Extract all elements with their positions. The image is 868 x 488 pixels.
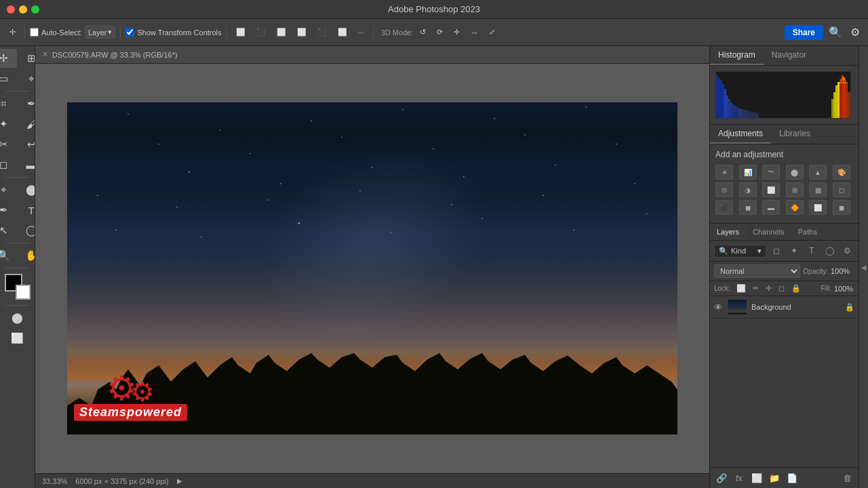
align-bottom-button[interactable]: ⬜	[334, 24, 351, 41]
invert-btn[interactable]: ◻	[833, 182, 850, 197]
dodge-tool[interactable]: ⬤	[18, 180, 35, 199]
color-lookup-btn[interactable]: ▦	[809, 182, 827, 197]
gradient-tool[interactable]: ▬	[18, 155, 35, 174]
toolbar-divider-2	[120, 26, 121, 39]
hue-saturation-btn[interactable]: 🎨	[833, 165, 850, 180]
vibrance-btn[interactable]: ▲	[809, 165, 827, 180]
fill-label: Fill:	[821, 285, 831, 292]
layers-kind-dropdown[interactable]: 🔍 Kind ▾	[714, 245, 766, 258]
lock-all-btn[interactable]: 🔒	[789, 283, 803, 293]
lock-position-btn[interactable]: ✛	[764, 283, 774, 293]
align-left-button[interactable]: ⬜	[232, 24, 250, 41]
svg-rect-18	[753, 113, 755, 118]
type-tool[interactable]: T	[18, 201, 35, 220]
tab-layers[interactable]: Layers	[710, 224, 746, 240]
gradient-fill-btn[interactable]: ◼	[833, 200, 850, 215]
adjustment-filter-btn[interactable]: ✦	[787, 243, 802, 258]
3d-rotate-button[interactable]: ↺	[416, 24, 430, 41]
zoom-tool[interactable]: 🔍	[0, 246, 17, 265]
minimize-button[interactable]	[19, 5, 27, 14]
close-button[interactable]	[7, 5, 15, 14]
background-color[interactable]	[16, 285, 31, 300]
3d-pan-button[interactable]: ✛	[450, 24, 464, 41]
document-dimensions: 6000 px × 3375 px (240 ppi)	[75, 477, 168, 485]
align-center-v-button[interactable]: ⬛	[313, 24, 331, 41]
layer-dropdown[interactable]: Layer ▾	[85, 26, 116, 39]
lock-image-btn[interactable]: ✏	[751, 283, 761, 293]
tab-adjustments[interactable]: Adjustments	[710, 125, 771, 144]
add-style-btn[interactable]: fx	[732, 470, 747, 485]
clone-stamp-tool[interactable]: ✂	[0, 135, 17, 154]
curves-btn[interactable]: 〜	[762, 165, 780, 180]
move-tool-button[interactable]: ✢	[5, 24, 20, 41]
3d-slide-button[interactable]: ↔	[467, 24, 482, 41]
layer-visibility-icon[interactable]: 👁	[714, 302, 723, 312]
crop-tool[interactable]: ⌗	[0, 94, 17, 113]
link-layers-btn[interactable]: 🔗	[714, 470, 729, 485]
artboard-tool[interactable]: ⊞	[18, 49, 35, 68]
layer-item-background[interactable]: 👁 Background 🔒	[710, 296, 859, 319]
hand-tool[interactable]: ✋	[18, 246, 35, 265]
align-right-button[interactable]: ⬜	[273, 24, 290, 41]
exposure-btn[interactable]: ⬤	[786, 165, 804, 180]
spot-heal-tool[interactable]: ✦	[0, 115, 17, 134]
tab-histogram[interactable]: Histogram	[710, 46, 764, 65]
smart-filter-btn[interactable]: ⚙	[840, 243, 854, 258]
pixel-filter-btn[interactable]: ◻	[769, 243, 784, 258]
blend-mode-select[interactable]: Normal	[714, 264, 800, 278]
tab-channels[interactable]: Channels	[746, 224, 791, 240]
quick-mask-tool[interactable]: ⬤	[4, 308, 31, 327]
3d-scale-button[interactable]: ⤢	[485, 24, 499, 41]
auto-select-checkbox[interactable]	[30, 28, 39, 37]
path-select-tool[interactable]: ↖	[0, 221, 17, 240]
share-button[interactable]: Share	[785, 25, 823, 40]
3d-mode-label: 3D Mode:	[381, 28, 414, 37]
brightness-contrast-btn[interactable]: ☀	[715, 165, 733, 180]
new-layer-btn[interactable]: 📄	[785, 470, 800, 485]
tab-close-button[interactable]: ✕	[42, 50, 48, 59]
screen-mode-tool[interactable]: ⬜	[4, 329, 31, 348]
eraser-tool[interactable]: ◻	[0, 155, 17, 174]
shape-tool[interactable]: ◯	[18, 221, 35, 240]
pen-tool[interactable]: ✒	[0, 201, 17, 220]
right-collapse-handle[interactable]: ◀	[859, 46, 868, 488]
lock-transparent-btn[interactable]: ⬜	[734, 283, 748, 293]
photo-filter-btn[interactable]: ⬜	[762, 182, 780, 197]
brush-tool[interactable]: 🖌	[18, 115, 35, 134]
move-tool[interactable]: ✢	[0, 49, 17, 68]
tab-libraries[interactable]: Libraries	[771, 125, 818, 144]
levels-btn[interactable]: 📊	[739, 165, 757, 180]
threshold-btn[interactable]: ◼	[739, 200, 757, 215]
tab-navigator[interactable]: Navigator	[764, 46, 814, 65]
lock-artboard-btn[interactable]: ◻	[776, 283, 787, 293]
search-button[interactable]: 🔍	[826, 23, 845, 41]
channel-mixer-btn[interactable]: ⊞	[786, 182, 804, 197]
align-top-button[interactable]: ⬜	[293, 24, 311, 41]
new-group-btn[interactable]: 📁	[767, 470, 782, 485]
3d-orbit-button[interactable]: ⟳	[433, 24, 447, 41]
histogram-section: Histogram Navigator	[710, 46, 859, 125]
blur-tool[interactable]: ⌖	[0, 180, 17, 199]
settings-button[interactable]: ⚙	[848, 23, 863, 41]
auto-select-text: Auto-Select:	[41, 28, 82, 37]
more-options-button[interactable]: ···	[354, 24, 368, 41]
delete-layer-btn[interactable]: 🗑	[840, 470, 854, 485]
bw-btn[interactable]: ◑	[739, 182, 757, 197]
shape-filter-btn[interactable]: ◯	[822, 243, 837, 258]
type-filter-btn[interactable]: T	[804, 243, 819, 258]
selective-color-btn[interactable]: 🔶	[786, 200, 804, 215]
solid-color-btn[interactable]: ⬜	[809, 200, 827, 215]
posterize-btn[interactable]: ⬛	[715, 200, 733, 215]
transform-controls-checkbox[interactable]	[125, 28, 134, 37]
gradient-map-btn[interactable]: ▬	[762, 200, 780, 215]
align-center-h-button[interactable]: ⬛	[252, 24, 270, 41]
color-balance-btn[interactable]: ⊙	[715, 182, 733, 197]
maximize-button[interactable]	[31, 5, 39, 14]
tab-paths[interactable]: Paths	[791, 224, 824, 240]
canvas-wrapper[interactable]: ⚙ ⚙ Steamspowered	[35, 64, 709, 473]
history-brush-tool[interactable]: ↩	[18, 135, 35, 154]
lasso-tool[interactable]: ⌖	[18, 69, 35, 88]
add-mask-btn[interactable]: ⬜	[749, 470, 764, 485]
rectangular-marquee-tool[interactable]: ▭	[0, 69, 17, 88]
eyedropper-tool[interactable]: ✒	[18, 94, 35, 113]
